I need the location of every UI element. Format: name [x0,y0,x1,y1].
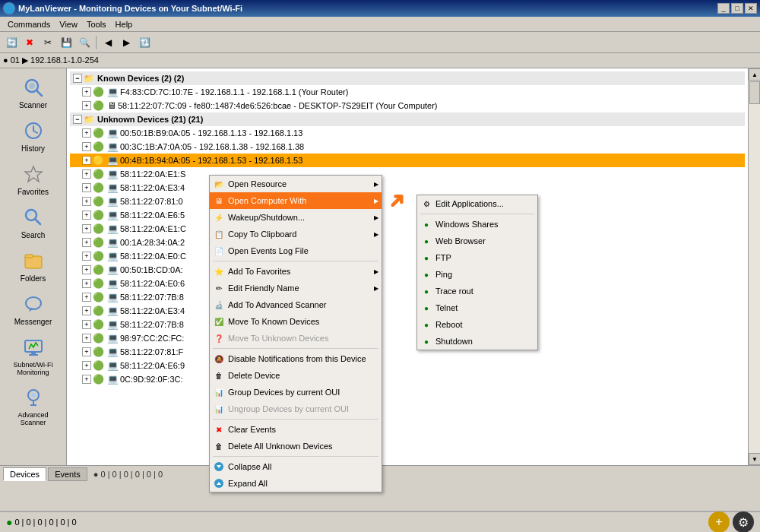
expand-u1[interactable]: + [82,142,91,151]
scroll-down-button[interactable]: ▼ [749,453,760,465]
tab-devices[interactable]: Devices [3,467,46,481]
sidebar-item-favorites[interactable]: Favorites [3,158,64,200]
menu-item-open-events[interactable]: 📄 Open Events Log File [210,242,382,259]
scroll-track[interactable] [749,81,760,453]
submenu-shutdown[interactable]: ● Shutdown [417,333,537,350]
unknown-device-11[interactable]: + 🟢💻 58:11:22:0A:E0:6 [70,277,745,290]
unknown-device-2[interactable]: + 🟡 💻 00:4B:1B:94:0A:05 - 192.168.1.53 -… [70,154,745,167]
expand-u12[interactable]: + [82,293,91,302]
sidebar-item-folders[interactable]: Folders [3,245,64,287]
scroll-thumb[interactable] [749,81,760,104]
menu-item-move-known[interactable]: ✅ Move To Known Devices [210,313,382,330]
unknown-device-13[interactable]: + 🟢💻 58:11:22:0A:E3:4 [70,304,745,318]
unknown-device-7[interactable]: + 🟢💻 58:11:22:0A:E1:C [70,222,745,236]
expand-computer[interactable]: + [82,101,91,110]
menu-item-group-oui[interactable]: 📊 Group Devices by current OUI [210,384,382,401]
menu-item-clear-events[interactable]: ✖ Clear Events [210,421,382,438]
menu-view[interactable]: View [55,18,82,30]
expand-u15[interactable]: + [82,334,91,343]
menu-help[interactable]: Help [111,18,138,30]
unknown-device-9[interactable]: + 🟢💻 58:11:22:0A:E0:C [70,249,745,263]
toolbar-stop[interactable]: ✖ [21,34,38,51]
expand-u4[interactable]: + [82,183,91,192]
expand-u9[interactable]: + [82,252,91,261]
expand-u17[interactable]: + [82,361,91,370]
menu-item-add-scanner[interactable]: 🔬 Add To Advanced Scanner [210,296,382,313]
add-button[interactable]: + [708,511,730,532]
expand-u6[interactable]: + [82,211,91,220]
toolbar-forward[interactable]: ▶ [118,34,135,51]
sidebar-item-advanced[interactable]: AdvancedScanner [3,382,64,430]
submenu-web-browser[interactable]: ● Web Browser [417,233,537,249]
unknown-device-15[interactable]: + 🟢💻 98:97:CC:2C:FC: [70,331,745,345]
expand-router[interactable]: + [82,87,91,97]
maximize-button[interactable]: □ [731,3,743,14]
toolbar-refresh[interactable]: 🔄 [3,34,20,51]
expand-known[interactable]: − [73,74,82,83]
menu-item-collapse-all[interactable]: Collapse All [210,458,382,475]
expand-u11[interactable]: + [82,279,91,288]
close-button[interactable]: ✕ [745,3,757,14]
unknown-device-0[interactable]: + 🟢 💻 00:50:1B:B9:0A:05 - 192.168.1.13 -… [70,126,745,140]
minimize-button[interactable]: _ [717,3,730,14]
menu-tools[interactable]: Tools [82,18,111,30]
settings-button[interactable]: ⚙ [733,511,754,532]
sidebar-item-monitoring[interactable]: Subnet/Wi-FiMonitoring [3,331,64,380]
toolbar-back[interactable]: ◀ [100,34,116,51]
expand-unknown[interactable]: − [73,115,82,124]
scroll-up-button[interactable]: ▲ [749,68,760,81]
submenu-windows-shares[interactable]: ● Windows Shares [417,216,537,233]
menu-item-delete-unknown[interactable]: 🗑 Delete All Unknown Devices [210,438,382,454]
submenu-reboot[interactable]: ● Reboot [417,316,537,333]
unknown-device-10[interactable]: + 🟢💻 00:50:1B:CD:0A: [70,263,745,277]
toolbar-refresh2[interactable]: 🔃 [136,34,153,51]
device-router[interactable]: + 🟢 💻 F4:83:CD:7C:10:7E - 192.168.1.1 - … [70,85,745,99]
unknown-devices-header[interactable]: − 📁 Unknown Devices (21) (21) [70,112,745,126]
unknown-device-4[interactable]: + 🟢💻 58:11:22:0A:E3:4 [70,181,745,195]
menu-item-open-computer-with[interactable]: 🖥 Open Computer With ▶ [210,192,382,209]
menu-item-copy-clipboard[interactable]: 📋 Copy To Clipboard ▶ [210,226,382,242]
submenu-telnet[interactable]: ● Telnet [417,299,537,316]
expand-u2[interactable]: + [82,156,91,165]
submenu-ftp[interactable]: ● FTP [417,249,537,266]
known-devices-header[interactable]: − 📁 Known Devices (2) (2) [70,71,745,85]
menu-item-open-resource[interactable]: 📂 Open Resource ▶ [210,176,382,192]
toolbar-save[interactable]: 💾 [58,34,74,51]
sidebar-item-scanner[interactable]: Scanner [3,71,64,113]
unknown-device-1[interactable]: + 🟢 💻 00:3C:1B:A7:0A:05 - 192.168.1.38 -… [70,140,745,154]
toolbar-search[interactable]: 🔍 [76,34,93,51]
expand-u10[interactable]: + [82,265,91,274]
unknown-device-3[interactable]: + 🟢💻 58:11:22:0A:E1:S [70,167,745,181]
sidebar-item-messenger[interactable]: Messenger [3,288,64,330]
expand-u18[interactable]: + [82,375,91,384]
menu-item-add-favorites[interactable]: ⭐ Add To Favorites ▶ [210,263,382,280]
unknown-device-8[interactable]: + 🟢💻 00:1A:28:34:0A:2 [70,236,745,249]
sidebar-item-history[interactable]: History [3,115,64,157]
expand-u13[interactable]: + [82,306,91,315]
menu-item-delete-device[interactable]: 🗑 Delete Device [210,367,382,384]
menu-item-expand-all[interactable]: Expand All [210,475,382,492]
unknown-device-6[interactable]: + 🟢💻 58:11:22:0A:E6:5 [70,208,745,222]
submenu-ping[interactable]: ● Ping [417,266,537,283]
submenu-edit-apps[interactable]: ⚙ Edit Applications... [417,195,537,212]
expand-u14[interactable]: + [82,320,91,329]
menu-item-wakeup[interactable]: ⚡ Wakeup/Shutdown... ▶ [210,209,382,226]
vertical-scrollbar[interactable]: ▲ ▼ [748,68,760,465]
menu-item-disable-notif[interactable]: 🔕 Disable Notifications from this Device [210,350,382,367]
unknown-device-14[interactable]: + 🟢💻 58:11:22:07:7B:8 [70,318,745,331]
toolbar-cut[interactable]: ✂ [40,34,56,51]
unknown-device-17[interactable]: + 🟢💻 58:11:22:0A:E6:9 [70,359,745,372]
submenu-tracerout[interactable]: ● Trace rout [417,283,537,299]
expand-u16[interactable]: + [82,347,91,356]
menu-commands[interactable]: Commands [3,18,55,30]
expand-u7[interactable]: + [82,224,91,233]
expand-u5[interactable]: + [82,197,91,206]
tab-events[interactable]: Events [48,467,87,481]
expand-u3[interactable]: + [82,169,91,179]
unknown-device-18[interactable]: + 🟢💻 0C:9D:92:0F:3C: [70,372,745,386]
expand-u8[interactable]: + [82,238,91,247]
unknown-device-16[interactable]: + 🟢💻 58:11:22:07:81:F [70,345,745,359]
device-computer[interactable]: + 🟢 🖥 58:11:22:07:7C:09 - fe80::1487:4de… [70,99,745,112]
sidebar-item-search[interactable]: Search [3,201,64,243]
expand-u0[interactable]: + [82,128,91,138]
